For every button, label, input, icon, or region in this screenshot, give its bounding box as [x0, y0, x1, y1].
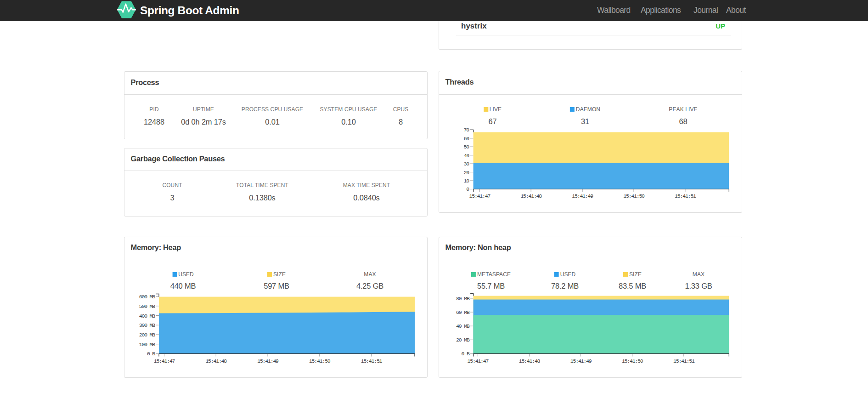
svg-text:100 MB: 100 MB [139, 342, 156, 347]
svg-text:15:41:49: 15:41:49 [570, 358, 592, 364]
svg-text:20: 20 [464, 170, 470, 176]
svg-text:15:41:51: 15:41:51 [675, 193, 696, 199]
svg-text:15:41:48: 15:41:48 [520, 193, 542, 199]
svg-text:15:41:51: 15:41:51 [361, 358, 383, 364]
svg-text:400 MB: 400 MB [139, 313, 156, 319]
svg-text:60 MB: 60 MB [456, 309, 470, 315]
svg-text:500 MB: 500 MB [139, 303, 156, 309]
svg-text:40 MB: 40 MB [456, 323, 470, 329]
svg-text:300 MB: 300 MB [139, 322, 156, 328]
svg-text:40: 40 [464, 153, 470, 159]
svg-text:15:41:47: 15:41:47 [468, 358, 489, 364]
svg-text:50: 50 [464, 144, 470, 150]
svg-text:15:41:49: 15:41:49 [572, 193, 593, 199]
svg-text:15:41:48: 15:41:48 [519, 358, 541, 364]
svg-text:20 MB: 20 MB [456, 337, 470, 343]
svg-text:15:41:50: 15:41:50 [622, 358, 643, 364]
svg-text:0 B: 0 B [147, 351, 155, 357]
svg-text:15:41:47: 15:41:47 [154, 358, 175, 364]
svg-text:0 B: 0 B [461, 351, 469, 357]
svg-text:0: 0 [466, 186, 469, 192]
svg-text:15:41:50: 15:41:50 [309, 358, 331, 364]
svg-text:15:41:48: 15:41:48 [205, 358, 227, 364]
svg-text:70: 70 [464, 127, 470, 133]
svg-text:600 MB: 600 MB [139, 294, 156, 300]
svg-text:10: 10 [464, 178, 470, 184]
svg-text:15:41:49: 15:41:49 [257, 358, 279, 364]
svg-text:15:41:51: 15:41:51 [673, 358, 695, 364]
svg-text:15:41:50: 15:41:50 [623, 193, 645, 199]
svg-text:60: 60 [464, 136, 470, 142]
svg-text:200 MB: 200 MB [139, 332, 156, 338]
svg-text:30: 30 [464, 161, 470, 167]
svg-text:80 MB: 80 MB [456, 296, 470, 302]
svg-text:15:41:47: 15:41:47 [469, 193, 490, 199]
